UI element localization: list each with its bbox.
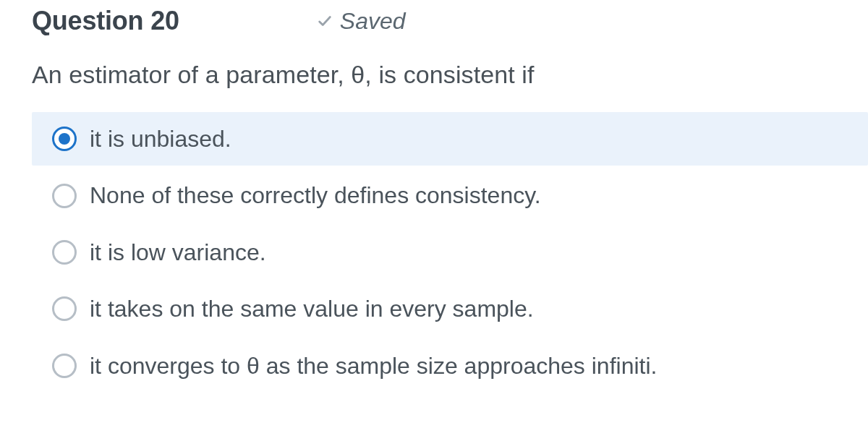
option-label: None of these correctly defines consiste…: [90, 181, 541, 209]
option-label: it converges to θ as the sample size app…: [90, 352, 657, 380]
radio-icon: [52, 127, 77, 151]
question-header: Question 20 Saved: [0, 6, 868, 36]
option-4[interactable]: it takes on the same value in every samp…: [32, 282, 868, 335]
option-3[interactable]: it is low variance.: [32, 226, 868, 279]
option-label: it is unbiased.: [90, 125, 231, 153]
radio-icon: [52, 184, 77, 208]
question-title: Question 20: [32, 6, 179, 36]
saved-indicator: Saved: [317, 8, 406, 35]
options-list: it is unbiased. None of these correctly …: [0, 112, 868, 393]
radio-icon: [52, 296, 77, 321]
check-icon: [317, 13, 333, 29]
saved-label: Saved: [340, 8, 406, 35]
radio-icon: [52, 240, 77, 265]
option-2[interactable]: None of these correctly defines consiste…: [32, 168, 868, 222]
option-1[interactable]: it is unbiased.: [32, 112, 868, 166]
option-label: it takes on the same value in every samp…: [90, 295, 534, 322]
option-5[interactable]: it converges to θ as the sample size app…: [32, 339, 868, 393]
question-container: Question 20 Saved An estimator of a para…: [0, 0, 868, 393]
radio-icon: [52, 354, 77, 378]
option-label: it is low variance.: [90, 239, 266, 266]
question-prompt: An estimator of a parameter, θ, is consi…: [0, 61, 868, 89]
